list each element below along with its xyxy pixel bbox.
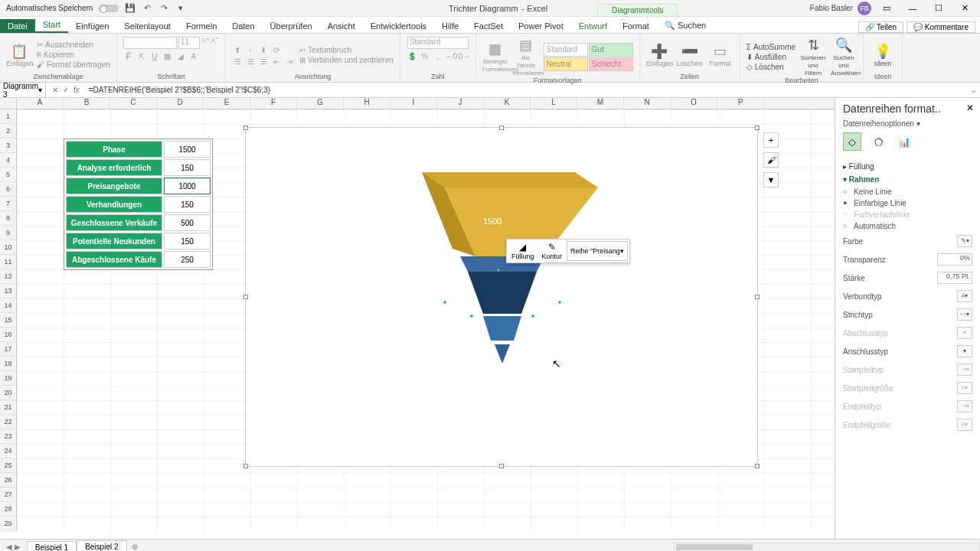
row-header[interactable]: 1	[0, 109, 16, 124]
style-bad[interactable]: Schlecht	[589, 57, 633, 71]
effects-icon[interactable]: ⬠	[869, 132, 887, 151]
ideas-button[interactable]: 💡Ideen	[870, 43, 896, 67]
fill-color-button[interactable]: ◢	[175, 52, 186, 60]
row-header[interactable]: 3	[0, 139, 16, 153]
autosum-button[interactable]: Σ AutoSumme	[746, 43, 795, 51]
row-header[interactable]: 10	[0, 240, 16, 255]
user-name[interactable]: Fabio Basler	[810, 4, 853, 12]
fill-button[interactable]: ⬇ Ausfüllen	[746, 53, 795, 61]
tab-factset[interactable]: FactSet	[466, 19, 511, 33]
pane-close-icon[interactable]: ✕	[966, 103, 974, 113]
row-header[interactable]: 13	[0, 284, 16, 298]
col-header[interactable]: D	[157, 98, 204, 109]
radio-solid-line[interactable]: Einfarbige Linie	[843, 197, 972, 209]
redo-icon[interactable]: ↷	[158, 3, 169, 13]
copy-button[interactable]: ⎘ Kopieren	[37, 51, 110, 59]
row-header[interactable]: 15	[0, 313, 16, 328]
row-header[interactable]: 4	[0, 153, 16, 168]
radio-automatic[interactable]: Automatisch	[843, 220, 972, 232]
col-header[interactable]: B	[64, 98, 110, 109]
cancel-icon[interactable]: ✕	[52, 86, 58, 94]
col-header[interactable]: C	[110, 98, 157, 109]
font-size-select[interactable]: 11	[178, 37, 200, 49]
sheet-tab-1[interactable]: Beispiel 1	[27, 541, 77, 552]
funnel-chart[interactable]: + 🖌 ▼	[245, 127, 758, 467]
fill-section-toggle[interactable]: ▸ Füllung	[843, 160, 972, 173]
style-standard[interactable]: Standard	[544, 43, 588, 57]
row-header[interactable]: 22	[0, 415, 16, 429]
col-header[interactable]: K	[484, 98, 531, 109]
comments-button[interactable]: 💬 Kommentare	[906, 21, 975, 33]
row-header[interactable]: 23	[0, 429, 16, 444]
radio-gradient-line[interactable]: Farbverlaufslinie	[843, 209, 972, 220]
radio-no-line[interactable]: Keine Linie	[843, 186, 972, 197]
italic-button[interactable]: K	[136, 52, 147, 60]
color-picker[interactable]: ✎▾	[957, 235, 972, 247]
row-header[interactable]: 14	[0, 298, 16, 313]
border-section-toggle[interactable]: ▾ Rahmen	[843, 173, 972, 186]
table-label-cell[interactable]: Phase	[66, 141, 162, 158]
col-header[interactable]: G	[297, 98, 344, 109]
horizontal-scrollbar[interactable]	[674, 543, 980, 552]
tab-start[interactable]: Start	[35, 18, 68, 33]
sheet-nav[interactable]: ◀ ▶	[0, 543, 27, 551]
tab-powerpivot[interactable]: Power Pivot	[511, 19, 571, 33]
table-value-cell[interactable]: 1000	[164, 178, 211, 194]
row-header[interactable]: 17	[0, 342, 16, 357]
table-value-cell[interactable]: 1500	[164, 141, 211, 158]
col-header[interactable]: M	[577, 98, 624, 109]
pane-subtitle[interactable]: Datenreihenoptionen ▾	[843, 119, 972, 128]
mini-series-select[interactable]: Reihe "Preisang ▾	[567, 241, 628, 261]
find-select-button[interactable]: 🔍Suchen und Auswählen	[831, 37, 857, 77]
transparency-input[interactable]: 0%	[937, 253, 972, 266]
tab-formulas[interactable]: Formeln	[178, 19, 224, 33]
table-label-cell[interactable]: Verhandlungen	[66, 196, 162, 213]
tab-review[interactable]: Überprüfen	[263, 19, 320, 33]
sort-filter-button[interactable]: ⇅Sortieren und Filtern	[800, 37, 826, 77]
save-icon[interactable]: 💾	[125, 3, 136, 13]
mini-outline-button[interactable]: ✎Kontur	[539, 241, 566, 261]
col-header[interactable]: F	[250, 98, 297, 109]
width-input[interactable]: 0,75 Pt.	[937, 272, 972, 284]
sheet-tab-2[interactable]: Beispiel 2	[77, 540, 126, 552]
tab-format[interactable]: Format	[615, 19, 657, 33]
format-painter-button[interactable]: 🖌 Format übertragen	[37, 60, 110, 69]
col-header[interactable]: A	[17, 98, 64, 109]
delete-cells-button[interactable]: ➖Löschen	[677, 43, 703, 67]
paste-button[interactable]: 📋Einfügen	[6, 43, 32, 67]
arrow-end-size-select[interactable]: ≡▾	[957, 419, 972, 431]
chart-elements-button[interactable]: +	[763, 132, 779, 148]
compound-select[interactable]: ≡▾	[957, 290, 972, 302]
tab-developer[interactable]: Entwicklertools	[363, 19, 434, 33]
user-avatar[interactable]: FB	[858, 2, 871, 15]
row-header[interactable]: 19	[0, 371, 16, 386]
fx-icon[interactable]: fx	[74, 86, 80, 94]
spreadsheet-grid[interactable]: ABCDEFGHIJKLMNOP 12345678910111213141516…	[0, 98, 835, 539]
row-header[interactable]: 8	[0, 211, 16, 226]
arrow-start-size-select[interactable]: ≡▾	[957, 382, 972, 394]
minimize-icon[interactable]: —	[902, 4, 923, 13]
underline-button[interactable]: U	[149, 52, 160, 60]
clear-button[interactable]: ◇ Löschen	[746, 63, 795, 71]
table-label-cell[interactable]: Analyse erforderlich	[66, 159, 162, 176]
col-header[interactable]: E	[204, 98, 250, 109]
tab-view[interactable]: Ansicht	[320, 19, 363, 33]
row-header[interactable]: 20	[0, 386, 16, 400]
row-header[interactable]: 26	[0, 473, 16, 487]
close-icon[interactable]: ✕	[954, 3, 975, 13]
mini-fill-button[interactable]: ◢Füllung	[508, 241, 537, 261]
row-header[interactable]: 6	[0, 182, 16, 197]
table-label-cell[interactable]: Geschlossene Verkäufe	[66, 214, 162, 231]
table-label-cell[interactable]: Preisangebote	[66, 178, 162, 194]
expand-formula-icon[interactable]: ⌄	[967, 85, 980, 95]
col-header[interactable]: N	[624, 98, 671, 109]
customize-qat-icon[interactable]: ▾	[175, 3, 186, 13]
row-header[interactable]: 16	[0, 328, 16, 342]
row-header[interactable]: 11	[0, 255, 16, 269]
join-select[interactable]: ▾	[957, 345, 972, 357]
border-button[interactable]: ▦	[162, 52, 173, 60]
autosave-toggle[interactable]	[99, 5, 119, 12]
row-header[interactable]: 9	[0, 226, 16, 240]
name-box[interactable]: Diagramm 3▾	[0, 82, 46, 99]
row-header[interactable]: 2	[0, 124, 16, 139]
